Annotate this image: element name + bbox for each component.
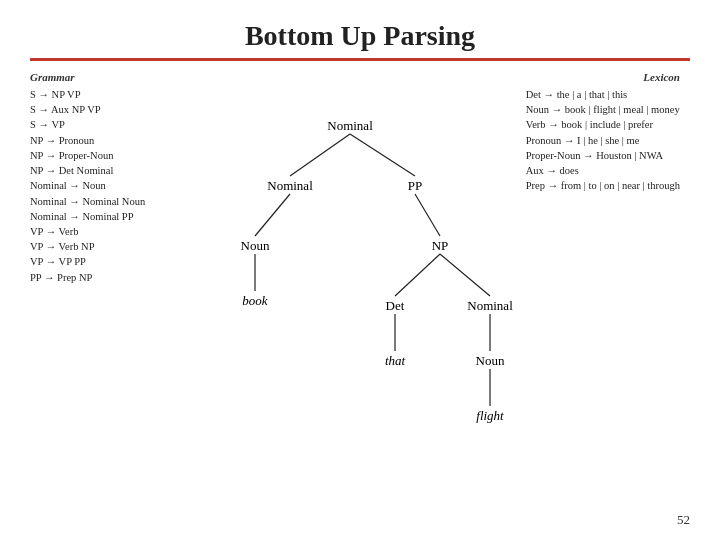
tree-leaf-label: book	[242, 293, 268, 308]
tree-edge	[350, 134, 415, 176]
page: Bottom Up Parsing Grammar S → NP VPS → A…	[0, 0, 720, 540]
tree-node-label: PP	[408, 178, 422, 193]
tree-node-label: NP	[432, 238, 449, 253]
tree-edge	[290, 134, 350, 176]
lexicon-label: Lexicon	[643, 71, 680, 83]
tree-node-label: Noun	[241, 238, 270, 253]
red-divider	[30, 58, 690, 61]
tree-node-label: Nominal	[467, 298, 513, 313]
tree-leaf-label: that	[385, 353, 406, 368]
tree-svg: NominalNominalPPNounNPbookDetNominalthat…	[160, 100, 560, 450]
tree-node-label: Nominal	[327, 118, 373, 133]
page-number: 52	[677, 512, 690, 528]
tree-edge	[440, 254, 490, 296]
tree-node-label: Det	[386, 298, 405, 313]
tree-diagram: NominalNominalPPNounNPbookDetNominalthat…	[160, 100, 540, 454]
tree-node-label: Nominal	[267, 178, 313, 193]
grammar-label: Grammar	[30, 71, 230, 83]
tree-leaf-label: flight	[476, 408, 504, 423]
tree-node-label: Noun	[476, 353, 505, 368]
tree-edge	[255, 194, 290, 236]
tree-edge	[395, 254, 440, 296]
page-title: Bottom Up Parsing	[30, 20, 690, 52]
tree-edge	[415, 194, 440, 236]
